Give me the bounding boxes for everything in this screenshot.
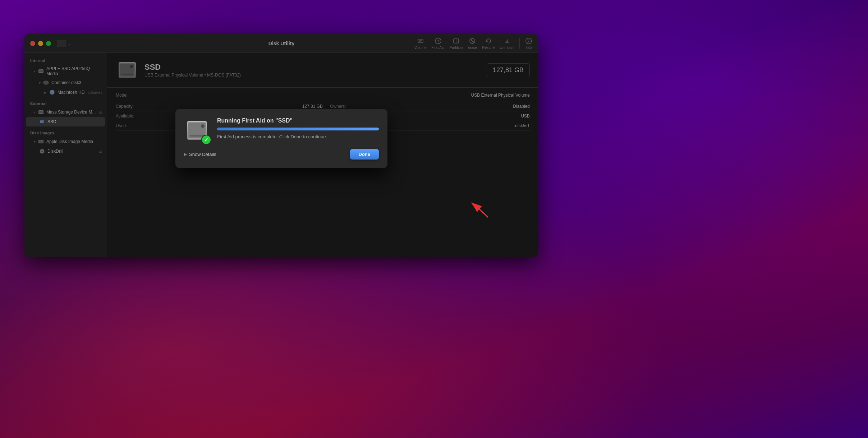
svg-rect-38 xyxy=(190,135,204,137)
dialog-title: Running First Aid on "SSD" xyxy=(217,117,379,124)
show-details-label: Show Details xyxy=(189,152,216,157)
dialog-content: Running First Aid on "SSD" First Aid pro… xyxy=(217,117,379,139)
done-button[interactable]: Done xyxy=(350,149,379,160)
arrow-annotation xyxy=(452,189,502,225)
chevron-right-icon: ▶ xyxy=(184,152,187,157)
progress-bar-container xyxy=(217,128,379,130)
main-area: SSD USB External Physical Volume • MS-DO… xyxy=(107,53,538,257)
disk-utility-window: ⌄ Disk Utility Volume xyxy=(24,34,538,257)
dialog-overlay: Running First Aid on "SSD" First Aid pro… xyxy=(107,53,538,257)
first-aid-dialog: Running First Aid on "SSD" First Aid pro… xyxy=(175,109,387,168)
main-content: Internal ▾ APPLE SSD AP0256Q Media ▾ xyxy=(24,53,538,257)
dialog-message: First Aid process is complete. Click Don… xyxy=(217,134,379,139)
dialog-disk-icon xyxy=(184,117,210,143)
dialog-footer: ▶ Show Details Done xyxy=(184,149,379,160)
progress-bar-fill xyxy=(217,128,379,130)
dialog-header: Running First Aid on "SSD" First Aid pro… xyxy=(184,117,379,143)
show-details-button[interactable]: ▶ Show Details xyxy=(184,152,216,157)
checkmark-badge xyxy=(201,135,211,145)
svg-point-40 xyxy=(202,125,204,127)
